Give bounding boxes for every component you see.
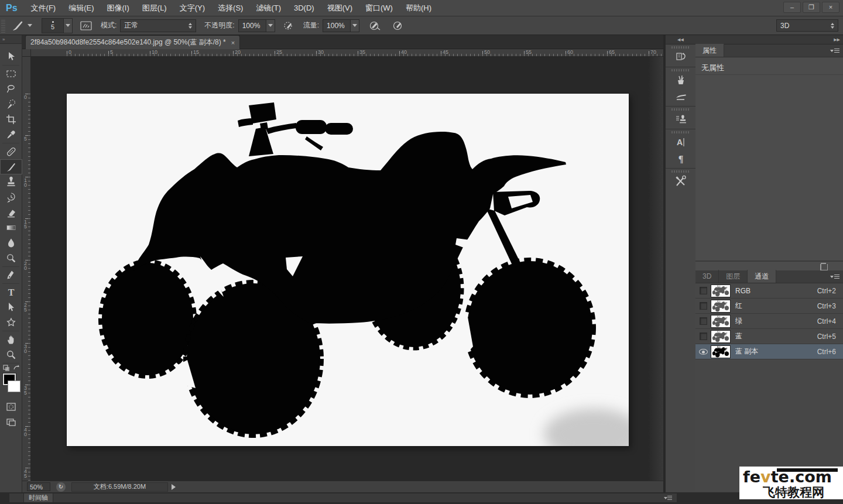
- brush-size-caret[interactable]: [64, 18, 73, 33]
- menu-select[interactable]: 选择(S): [211, 0, 249, 16]
- menu-file[interactable]: 文件(F): [25, 0, 63, 16]
- screen-mode-toggle[interactable]: [0, 414, 22, 430]
- color-swatches[interactable]: [0, 372, 22, 399]
- flow-field[interactable]: 100%: [323, 19, 351, 32]
- panel-icon-history[interactable]: [666, 49, 695, 66]
- mode-select[interactable]: 正常: [120, 19, 196, 32]
- watermark-bar: [777, 468, 838, 472]
- tool-lasso[interactable]: [0, 81, 22, 97]
- channel-shortcut: Ctrl+2: [817, 287, 836, 295]
- brush-tool-icon[interactable]: [11, 19, 25, 32]
- tool-custom-shape[interactable]: [0, 315, 22, 330]
- tool-hand[interactable]: [0, 332, 22, 347]
- channel-row-蓝[interactable]: 蓝 Ctrl+5: [695, 329, 843, 344]
- tool-zoom[interactable]: [0, 347, 22, 362]
- tool-blur[interactable]: [0, 235, 22, 251]
- visibility-checkbox[interactable]: [700, 302, 707, 310]
- menu-view[interactable]: 视图(V): [321, 0, 359, 16]
- tool-brush[interactable]: [0, 159, 22, 174]
- quick-mask-toggle[interactable]: [0, 399, 22, 414]
- channel-name: 绿: [735, 316, 742, 326]
- tab-timeline[interactable]: 时间轴: [23, 493, 53, 503]
- channel-thumbnail: [711, 300, 731, 313]
- airbrush-icon[interactable]: [368, 20, 382, 32]
- tool-path-select[interactable]: [0, 300, 22, 315]
- visibility-checkbox[interactable]: [700, 287, 707, 294]
- menu-image[interactable]: 图像(I): [101, 0, 136, 16]
- opacity-field[interactable]: 100%: [238, 19, 266, 32]
- workspace-select[interactable]: 3D: [776, 19, 838, 32]
- tool-marquee[interactable]: [0, 66, 22, 81]
- brush-dot-icon: [52, 21, 54, 23]
- tool-healing-brush[interactable]: [0, 144, 22, 159]
- tab-channels[interactable]: 通道: [748, 270, 776, 283]
- minimize-button[interactable]: –: [783, 2, 801, 13]
- tab-layers[interactable]: 图层: [719, 270, 748, 283]
- tool-history-brush[interactable]: [0, 190, 22, 205]
- panel-icon-tool-presets[interactable]: [666, 173, 695, 190]
- menu-3d[interactable]: 3D(D): [287, 0, 321, 16]
- opacity-caret[interactable]: [266, 19, 275, 32]
- brush-panel-toggle-icon[interactable]: [80, 20, 92, 32]
- pressure-size-icon[interactable]: [391, 20, 404, 32]
- panel-icon-brush-presets[interactable]: [666, 72, 695, 88]
- tool-quick-select[interactable]: [0, 97, 22, 112]
- close-button[interactable]: ×: [822, 2, 839, 13]
- tab-properties[interactable]: 属性: [695, 44, 724, 57]
- sync-icon[interactable]: ↻: [56, 482, 66, 492]
- panel-icon-paragraph[interactable]: ¶: [666, 150, 695, 167]
- swap-colors-icon[interactable]: [0, 364, 22, 372]
- channel-row-红[interactable]: 红 Ctrl+3: [695, 299, 843, 314]
- menu-window[interactable]: 窗口(W): [359, 0, 399, 16]
- tool-crop[interactable]: [0, 112, 22, 127]
- delete-icon[interactable]: [820, 263, 827, 270]
- toolbar-collapse-button[interactable]: »: [0, 35, 22, 44]
- tool-clone-stamp[interactable]: [0, 174, 22, 190]
- status-menu-arrow[interactable]: [172, 484, 176, 490]
- background-color[interactable]: [8, 380, 20, 392]
- watermark-cn: 飞特教程网: [763, 484, 824, 500]
- tool-gradient[interactable]: [0, 220, 22, 235]
- menu-edit[interactable]: 编辑(E): [62, 0, 100, 16]
- channel-row-蓝 副本[interactable]: 蓝 副本 Ctrl+6: [695, 344, 843, 359]
- tool-pen[interactable]: [0, 268, 22, 283]
- canvas-viewport[interactable]: [31, 57, 663, 481]
- menu-help[interactable]: 帮助(H): [399, 0, 438, 16]
- menu-filter[interactable]: 滤镜(T): [249, 0, 287, 16]
- dock-collapse-left[interactable]: ◀◀: [666, 35, 695, 44]
- document-tab[interactable]: 2f84a50b9840d8fe2554c864e502e140.jpg @ 5…: [25, 35, 240, 49]
- tool-type[interactable]: T: [0, 284, 22, 300]
- dock-collapse-right[interactable]: ▶▶: [695, 35, 843, 44]
- tool-move[interactable]: [0, 49, 22, 64]
- tool-dodge[interactable]: [0, 251, 22, 266]
- channel-shortcut: Ctrl+5: [817, 332, 836, 341]
- panel-icon-brush-settings[interactable]: [666, 88, 695, 105]
- menu-type[interactable]: 文字(Y): [173, 0, 211, 16]
- zoom-level-field[interactable]: 50%: [27, 482, 50, 491]
- tab-close-icon[interactable]: ×: [231, 39, 235, 46]
- ruler-corner: [22, 49, 31, 57]
- timeline-menu-icon[interactable]: [664, 496, 672, 500]
- channels-menu-icon[interactable]: [830, 275, 839, 280]
- panel-icon-clone-source[interactable]: [666, 111, 695, 128]
- tool-eyedropper[interactable]: [0, 127, 22, 142]
- restore-button[interactable]: ❐: [803, 2, 820, 13]
- channel-row-绿[interactable]: 绿 Ctrl+4: [695, 314, 843, 329]
- brush-preset-caret[interactable]: [28, 24, 32, 27]
- tab-3d[interactable]: 3D: [695, 270, 719, 283]
- properties-menu-icon[interactable]: [830, 49, 839, 54]
- channel-thumbnail: [711, 345, 731, 358]
- brush-size-preview[interactable]: 5: [42, 18, 64, 33]
- tool-eraser[interactable]: [0, 205, 22, 220]
- ruler-label: 10: [152, 49, 157, 55]
- visibility-checkbox[interactable]: [700, 317, 707, 325]
- panel-icon-character[interactable]: A: [666, 134, 695, 150]
- menu-layer[interactable]: 图层(L): [136, 0, 173, 16]
- visibility-checkbox[interactable]: [700, 332, 707, 340]
- opacity-pressure-icon[interactable]: [282, 20, 295, 32]
- channel-row-RGB[interactable]: RGB Ctrl+2: [695, 283, 843, 299]
- flow-caret[interactable]: [351, 19, 359, 32]
- canvas-image[interactable]: [67, 94, 629, 446]
- visibility-eye-icon[interactable]: [699, 349, 708, 355]
- document-tab-bar: 2f84a50b9840d8fe2554c864e502e140.jpg @ 5…: [22, 35, 663, 49]
